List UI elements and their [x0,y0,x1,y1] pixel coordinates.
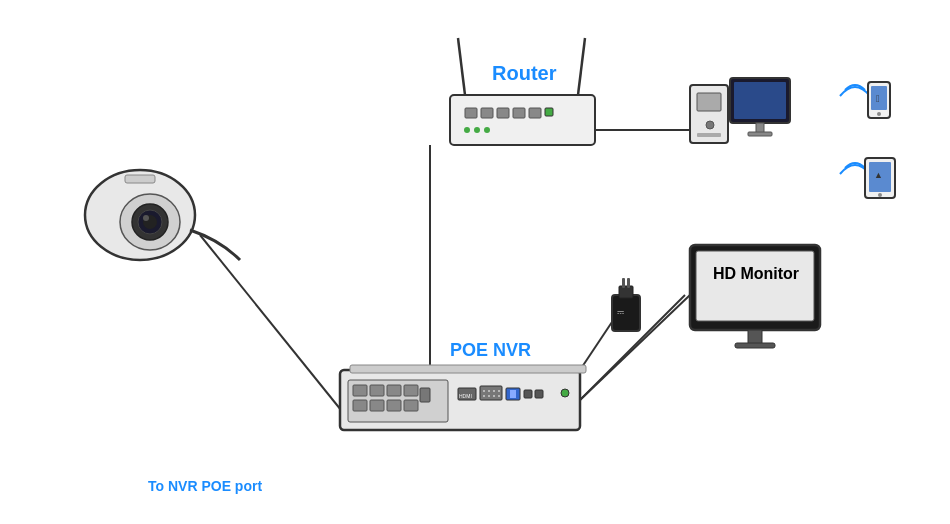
svg-rect-75 [696,251,814,321]
svg-point-60 [561,389,569,397]
svg-rect-40 [353,400,367,411]
svg-point-28 [877,112,881,116]
network-diagram-svg:  ▲ HDMI [0,0,950,524]
svg-rect-12 [513,108,525,118]
svg-point-72 [143,215,149,221]
svg-rect-73 [125,175,155,183]
svg-rect-65 [627,278,630,288]
svg-rect-63 [619,286,633,298]
svg-rect-77 [735,343,775,348]
svg-point-51 [498,390,500,392]
hd-monitor-label: HD Monitor [697,265,815,283]
svg-rect-23 [734,82,786,119]
svg-rect-6 [450,95,595,145]
svg-text:⎓: ⎓ [617,305,624,319]
svg-rect-10 [481,108,493,118]
diagram-container:  ▲ HDMI [0,0,950,524]
svg-point-20 [706,121,714,129]
svg-rect-76 [748,330,762,344]
svg-rect-37 [370,385,384,396]
svg-line-7 [458,38,465,95]
svg-rect-14 [545,108,553,116]
svg-rect-19 [697,93,721,111]
poe-nvr-label: POE NVR [450,340,531,361]
svg-rect-43 [404,400,418,411]
svg-point-48 [483,390,485,392]
svg-point-32 [878,193,882,197]
svg-rect-64 [622,278,625,288]
svg-text::  [876,93,880,104]
svg-rect-38 [387,385,401,396]
svg-rect-41 [370,400,384,411]
svg-rect-13 [529,108,541,118]
router-label: Router [492,62,556,85]
svg-rect-25 [748,132,772,136]
svg-line-0 [200,235,345,415]
svg-text:▲: ▲ [874,170,883,180]
svg-rect-57 [510,390,516,398]
svg-text:HDMI: HDMI [459,393,472,399]
svg-rect-47 [480,386,502,400]
svg-point-52 [483,395,485,397]
svg-point-54 [493,395,495,397]
svg-rect-9 [465,108,477,118]
svg-point-15 [464,127,470,133]
svg-point-53 [488,395,490,397]
svg-rect-39 [404,385,418,396]
svg-rect-21 [697,133,721,137]
svg-point-49 [488,390,490,392]
to-nvr-poe-port-label: To NVR POE port [148,478,262,494]
svg-rect-61 [350,365,586,373]
svg-line-8 [578,38,585,95]
svg-point-17 [484,127,490,133]
svg-rect-44 [420,388,430,402]
svg-point-50 [493,390,495,392]
svg-rect-59 [535,390,543,398]
svg-rect-36 [353,385,367,396]
svg-point-55 [498,395,500,397]
svg-rect-58 [524,390,532,398]
svg-point-16 [474,127,480,133]
svg-rect-42 [387,400,401,411]
svg-rect-11 [497,108,509,118]
